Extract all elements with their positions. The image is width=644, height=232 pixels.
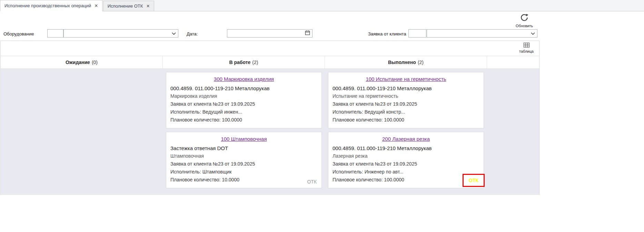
card-client-request: Заявка от клиента №23 от 19.09.2025	[333, 160, 479, 168]
column-body-filler	[487, 69, 539, 194]
card-planned-quantity: Плановое количество: 100.0000	[333, 176, 479, 184]
column-count: (0)	[92, 60, 98, 65]
column-count: (2)	[252, 60, 258, 65]
kanban-card[interactable]: 100 Испытание на герметичность 000.4859.…	[328, 72, 484, 128]
card-title-link[interactable]: 100 Штамповочная	[170, 136, 317, 142]
equipment-code-input[interactable]	[47, 29, 63, 38]
card-operation: Штамповочная	[170, 152, 317, 160]
close-icon[interactable]: ×	[146, 3, 149, 9]
card-client-request: Заявка от клиента №23 от 19.09.2025	[333, 100, 479, 108]
card-executor: Исполнитель: Штамповщик	[170, 168, 317, 176]
column-done: 100 Испытание на герметичность 000.4859.…	[325, 69, 487, 194]
client-request-select[interactable]	[427, 29, 537, 38]
column-title: Выполнено	[388, 60, 416, 65]
card-planned-quantity: Плановое количество: 100.0000	[333, 116, 479, 124]
close-icon[interactable]: ×	[95, 3, 98, 9]
client-request-label: Заявка от клиента	[368, 31, 406, 36]
card-product: 000.4859. 011.000-119-210 Металлорукав	[333, 84, 479, 92]
column-header-filler	[487, 56, 539, 68]
card-product: 000.4859. 011.000-119-210 Металлорукав	[333, 144, 479, 152]
tab-bar: Исполнение производственных операций × И…	[0, 0, 644, 11]
column-title: В работе	[229, 60, 251, 65]
card-executor: Исполнитель: Ведущий инжен...	[170, 108, 317, 116]
card-executor: Исполнитель: Инженер по авт...	[333, 168, 479, 176]
otk-badge-highlighted[interactable]: ОТК	[463, 174, 485, 187]
kanban-toolbar: таблица	[1, 41, 539, 56]
column-header-done: Выполнено (2)	[325, 56, 487, 68]
calendar-icon[interactable]	[305, 30, 310, 37]
column-header-in-progress: В работе (2)	[163, 56, 325, 68]
refresh-icon	[520, 17, 529, 23]
refresh-label: Обновить	[513, 24, 535, 28]
tab-production-operations[interactable]: Исполнение производственных операций ×	[0, 0, 102, 11]
app-window: Исполнение производственных операций × И…	[0, 0, 644, 232]
card-title-link[interactable]: 100 Испытание на герметичность	[333, 76, 479, 82]
table-view-button[interactable]: таблица	[518, 43, 535, 53]
kanban-column-bodies: 300 Маркировка изделия 000.4859. 011.000…	[1, 69, 539, 194]
filters-row: Оборудование Дата: Заявка от клиента	[0, 29, 644, 39]
kanban-card[interactable]: 100 Штамповочная Застежка ответная DOT Ш…	[166, 132, 322, 188]
tab-label: Исполнение производственных операций	[4, 3, 91, 8]
tab-label: Исполнение ОТК	[108, 3, 143, 9]
card-product: 000.4859. 011.000-119-210 Металлорукав	[170, 84, 317, 92]
column-title: Ожидание	[66, 60, 90, 65]
date-input[interactable]	[227, 29, 313, 38]
column-in-progress: 300 Маркировка изделия 000.4859. 011.000…	[163, 69, 325, 194]
date-label: Дата:	[187, 31, 198, 36]
equipment-label: Оборудование	[3, 31, 34, 36]
column-header-waiting: Ожидание (0)	[1, 56, 163, 68]
card-planned-quantity: Плановое количество: 10.0000	[170, 176, 317, 184]
card-title-link[interactable]: 200 Лазерная резка	[333, 136, 479, 142]
chevron-down-icon[interactable]	[172, 30, 176, 36]
kanban-panel: таблица Ожидание (0) В работе (2) Выполн…	[0, 41, 539, 195]
card-title-link[interactable]: 300 Маркировка изделия	[170, 76, 317, 82]
card-operation: Лазерная резка	[333, 152, 479, 160]
otk-label: ОТК	[307, 179, 317, 184]
card-operation: Маркировка изделия	[170, 92, 317, 100]
equipment-select[interactable]	[63, 29, 178, 38]
tab-otk-execution[interactable]: Исполнение ОТК ×	[103, 1, 154, 11]
kanban-card[interactable]: 200 Лазерная резка 000.4859. 011.000-119…	[328, 132, 484, 188]
refresh-button[interactable]: Обновить	[513, 13, 535, 28]
column-count: (2)	[418, 60, 424, 65]
table-icon	[524, 43, 529, 49]
kanban-card[interactable]: 300 Маркировка изделия 000.4859. 011.000…	[166, 72, 322, 128]
card-executor: Исполнитель: Ведущий констр...	[333, 108, 479, 116]
card-client-request: Заявка от клиента №23 от 19.09.2025	[170, 160, 317, 168]
column-waiting	[1, 69, 163, 194]
card-product: Застежка ответная DOT	[170, 144, 317, 152]
chevron-down-icon[interactable]	[531, 30, 535, 36]
client-request-code-input[interactable]	[408, 29, 426, 38]
kanban-column-headers: Ожидание (0) В работе (2) Выполнено (2)	[1, 56, 539, 69]
table-view-label: таблица	[518, 49, 535, 53]
card-client-request: Заявка от клиента №23 от 19.09.2025	[170, 100, 317, 108]
card-planned-quantity: Плановое количество: 100.0000	[170, 116, 317, 124]
card-operation: Испытание на герметичность	[333, 92, 479, 100]
